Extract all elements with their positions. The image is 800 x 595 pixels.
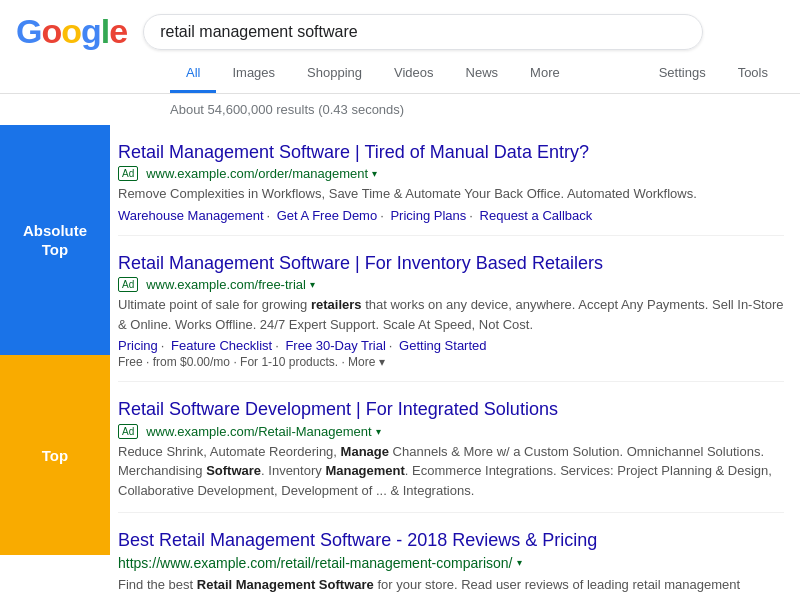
- result-link-sitelink-1c[interactable]: Pricing Plans: [390, 208, 466, 223]
- url-text-4: https://www.example.com/retail/retail-ma…: [118, 555, 513, 571]
- result-title-4[interactable]: Best Retail Management Software - 2018 R…: [118, 529, 784, 552]
- ad-badge-3: Ad: [118, 424, 138, 439]
- search-input[interactable]: [160, 23, 674, 41]
- result-title-2[interactable]: Retail Management Software | For Invento…: [118, 252, 784, 275]
- result-link-sitelink-2b[interactable]: Feature Checklist: [171, 338, 272, 353]
- google-logo[interactable]: Google: [16, 12, 127, 51]
- nav-bar: All Images Shopping Videos News More Set…: [0, 55, 800, 94]
- nav-item-settings[interactable]: Settings: [643, 55, 722, 93]
- ad-badge-1: Ad: [118, 166, 138, 181]
- url-arrow-1: ▾: [372, 168, 377, 179]
- ad-badge-2: Ad: [118, 277, 138, 292]
- results-info: About 54,600,000 results (0.43 seconds): [0, 94, 800, 125]
- result-title-1[interactable]: Retail Management Software | Tired of Ma…: [118, 141, 784, 164]
- url-arrow-3: ▾: [376, 426, 381, 437]
- result-link-sitelink-1b[interactable]: Get A Free Demo: [277, 208, 377, 223]
- result-desc-3: Reduce Shrink, Automate Reordering, Mana…: [118, 442, 784, 501]
- nav-item-videos[interactable]: Videos: [378, 55, 450, 93]
- nav-item-news[interactable]: News: [450, 55, 515, 93]
- result-url-4: https://www.example.com/retail/retail-ma…: [118, 555, 784, 571]
- result-links-1: Warehouse Management· Get A Free Demo· P…: [118, 208, 784, 223]
- url-text-1: www.example.com/order/management: [146, 166, 368, 181]
- logo-letter-l: l: [101, 12, 109, 50]
- result-url-1: Ad www.example.com/order/management ▾: [118, 166, 784, 181]
- result-link-1[interactable]: Retail Management Software | Tired of Ma…: [118, 142, 589, 162]
- result-url-2: Ad www.example.com/free-trial ▾: [118, 277, 784, 292]
- result-link-sitelink-1d[interactable]: Request a Callback: [480, 208, 593, 223]
- search-bar[interactable]: [143, 14, 703, 50]
- result-title-3[interactable]: Retail Software Development | For Integr…: [118, 398, 784, 421]
- nav-item-more[interactable]: More: [514, 55, 576, 93]
- header: Google: [0, 0, 800, 51]
- url-arrow-2: ▾: [310, 279, 315, 290]
- result-link-sitelink-2c[interactable]: Free 30-Day Trial: [285, 338, 385, 353]
- logo-letter-o1: o: [41, 12, 61, 50]
- result-item-3: Retail Software Development | For Integr…: [118, 382, 784, 513]
- result-link-3[interactable]: Retail Software Development | For Integr…: [118, 399, 558, 419]
- url-text-3: www.example.com/Retail-Management: [146, 424, 371, 439]
- result-link-sitelink-2d[interactable]: Getting Started: [399, 338, 486, 353]
- result-desc-2: Ultimate point of sale for growing retai…: [118, 295, 784, 334]
- result-link-sitelink-2a[interactable]: Pricing: [118, 338, 158, 353]
- result-item-2: Retail Management Software | For Invento…: [118, 236, 784, 382]
- result-desc-4: Find the best Retail Management Software…: [118, 575, 784, 595]
- result-link-4[interactable]: Best Retail Management Software - 2018 R…: [118, 530, 597, 550]
- result-item-4: Best Retail Management Software - 2018 R…: [118, 513, 784, 595]
- absolute-top-label: Absolute Top: [0, 125, 110, 355]
- result-link-sitelink-1a[interactable]: Warehouse Management: [118, 208, 264, 223]
- result-link-2[interactable]: Retail Management Software | For Invento…: [118, 253, 603, 273]
- result-url-3: Ad www.example.com/Retail-Management ▾: [118, 424, 784, 439]
- result-links-2: Pricing· Feature Checklist· Free 30-Day …: [118, 338, 784, 353]
- result-item-1: Retail Management Software | Tired of Ma…: [118, 125, 784, 236]
- top-label: Top: [0, 355, 110, 555]
- url-arrow-4: ▾: [517, 557, 522, 568]
- result-desc-1: Remove Complexities in Workflows, Save T…: [118, 184, 784, 204]
- logo-letter-g2: g: [81, 12, 101, 50]
- logo-letter-g: G: [16, 12, 41, 50]
- results-area: Retail Management Software | Tired of Ma…: [110, 125, 800, 595]
- labels-sidebar: Absolute Top Top: [0, 125, 110, 595]
- logo-letter-e: e: [109, 12, 127, 50]
- nav-item-shopping[interactable]: Shopping: [291, 55, 378, 93]
- main-content: Absolute Top Top Retail Management Softw…: [0, 125, 800, 595]
- url-text-2: www.example.com/free-trial: [146, 277, 306, 292]
- nav-item-tools[interactable]: Tools: [722, 55, 784, 93]
- logo-letter-o2: o: [61, 12, 81, 50]
- nav-item-all[interactable]: All: [170, 55, 216, 93]
- nav-item-images[interactable]: Images: [216, 55, 291, 93]
- result-sub-2: Free · from $0.00/mo · For 1-10 products…: [118, 355, 784, 369]
